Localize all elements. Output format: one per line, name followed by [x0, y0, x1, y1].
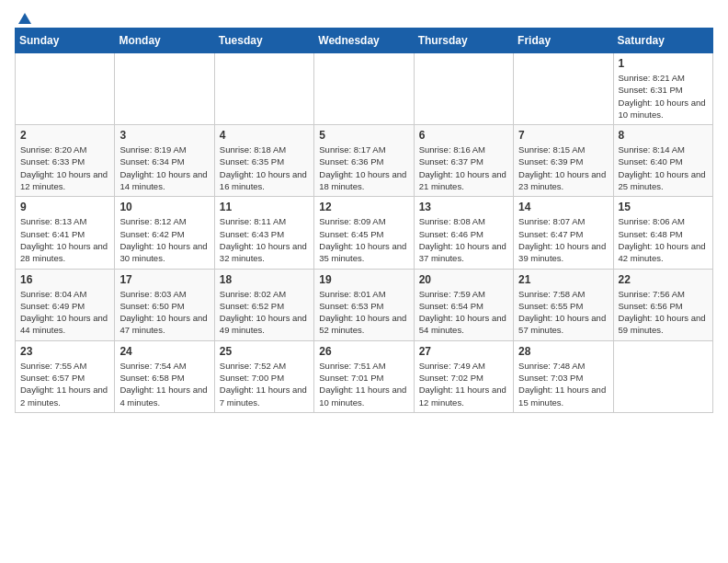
day-number: 16	[20, 273, 109, 286]
calendar-cell: 24Sunrise: 7:54 AM Sunset: 6:58 PM Dayli…	[115, 340, 214, 412]
day-number: 13	[419, 201, 508, 213]
day-number: 23	[20, 345, 109, 358]
calendar-cell: 1Sunrise: 8:21 AM Sunset: 6:31 PM Daylig…	[613, 53, 712, 125]
day-number: 14	[518, 201, 608, 213]
calendar-cell: 13Sunrise: 8:08 AM Sunset: 6:46 PM Dayli…	[414, 197, 513, 269]
day-number: 2	[20, 129, 109, 142]
weekday-header-friday: Friday	[514, 29, 613, 53]
day-info: Sunrise: 8:12 AM Sunset: 6:42 PM Dayligh…	[119, 215, 209, 264]
calendar-cell: 3Sunrise: 8:19 AM Sunset: 6:34 PM Daylig…	[115, 125, 214, 197]
day-info: Sunrise: 7:48 AM Sunset: 7:03 PM Dayligh…	[518, 360, 608, 408]
day-info: Sunrise: 8:11 AM Sunset: 6:43 PM Dayligh…	[220, 215, 309, 264]
day-info: Sunrise: 8:07 AM Sunset: 6:47 PM Dayligh…	[518, 215, 608, 264]
calendar-header-row: SundayMondayTuesdayWednesdayThursdayFrid…	[16, 29, 713, 53]
weekday-header-saturday: Saturday	[613, 29, 712, 53]
day-number: 26	[319, 345, 408, 358]
calendar-week-row: 23Sunrise: 7:55 AM Sunset: 6:57 PM Dayli…	[16, 340, 713, 412]
day-info: Sunrise: 8:06 AM Sunset: 6:48 PM Dayligh…	[619, 215, 708, 264]
weekday-header-wednesday: Wednesday	[314, 29, 414, 53]
calendar-cell: 15Sunrise: 8:06 AM Sunset: 6:48 PM Dayli…	[613, 197, 712, 269]
calendar-cell: 25Sunrise: 7:52 AM Sunset: 7:00 PM Dayli…	[214, 340, 313, 412]
calendar-week-row: 2Sunrise: 8:20 AM Sunset: 6:33 PM Daylig…	[16, 125, 713, 197]
calendar-cell: 17Sunrise: 8:03 AM Sunset: 6:50 PM Dayli…	[115, 269, 214, 340]
calendar-week-row: 9Sunrise: 8:13 AM Sunset: 6:41 PM Daylig…	[16, 197, 713, 269]
day-info: Sunrise: 7:54 AM Sunset: 6:58 PM Dayligh…	[119, 360, 209, 408]
weekday-header-thursday: Thursday	[414, 29, 513, 53]
calendar-cell: 18Sunrise: 8:02 AM Sunset: 6:52 PM Dayli…	[214, 269, 313, 340]
day-number: 18	[220, 273, 309, 286]
day-info: Sunrise: 7:49 AM Sunset: 7:02 PM Dayligh…	[419, 360, 508, 408]
day-number: 9	[20, 201, 109, 213]
day-info: Sunrise: 7:55 AM Sunset: 6:57 PM Dayligh…	[20, 360, 109, 408]
calendar-cell: 4Sunrise: 8:18 AM Sunset: 6:35 PM Daylig…	[214, 125, 313, 197]
calendar-cell: 6Sunrise: 8:16 AM Sunset: 6:37 PM Daylig…	[414, 125, 513, 197]
day-number: 7	[518, 129, 608, 142]
logo	[15, 15, 33, 20]
day-number: 20	[419, 273, 508, 286]
calendar-cell: 23Sunrise: 7:55 AM Sunset: 6:57 PM Dayli…	[16, 340, 115, 412]
calendar-cell	[214, 53, 313, 125]
calendar-cell: 27Sunrise: 7:49 AM Sunset: 7:02 PM Dayli…	[414, 340, 513, 412]
day-info: Sunrise: 8:16 AM Sunset: 6:37 PM Dayligh…	[419, 144, 508, 192]
calendar-cell	[613, 340, 712, 412]
day-number: 5	[319, 129, 408, 142]
weekday-header-sunday: Sunday	[16, 29, 115, 53]
day-info: Sunrise: 7:58 AM Sunset: 6:55 PM Dayligh…	[518, 288, 608, 337]
day-number: 28	[518, 345, 608, 358]
calendar-cell: 14Sunrise: 8:07 AM Sunset: 6:47 PM Dayli…	[514, 197, 613, 269]
day-info: Sunrise: 8:03 AM Sunset: 6:50 PM Dayligh…	[119, 288, 209, 337]
calendar-cell: 21Sunrise: 7:58 AM Sunset: 6:55 PM Dayli…	[514, 269, 613, 340]
svg-marker-0	[18, 13, 31, 24]
day-info: Sunrise: 7:52 AM Sunset: 7:00 PM Dayligh…	[220, 360, 309, 408]
day-number: 4	[220, 129, 309, 142]
day-number: 8	[619, 129, 708, 142]
day-number: 22	[619, 273, 708, 286]
weekday-header-tuesday: Tuesday	[214, 29, 313, 53]
calendar-cell	[115, 53, 214, 125]
calendar-week-row: 16Sunrise: 8:04 AM Sunset: 6:49 PM Dayli…	[16, 269, 713, 340]
day-info: Sunrise: 8:21 AM Sunset: 6:31 PM Dayligh…	[619, 72, 708, 121]
day-info: Sunrise: 7:56 AM Sunset: 6:56 PM Dayligh…	[619, 288, 708, 337]
day-number: 6	[419, 129, 508, 142]
day-info: Sunrise: 8:08 AM Sunset: 6:46 PM Dayligh…	[419, 215, 508, 264]
calendar-cell: 26Sunrise: 7:51 AM Sunset: 7:01 PM Dayli…	[314, 340, 414, 412]
calendar-cell	[514, 53, 613, 125]
day-info: Sunrise: 8:09 AM Sunset: 6:45 PM Dayligh…	[319, 215, 408, 264]
calendar-cell: 8Sunrise: 8:14 AM Sunset: 6:40 PM Daylig…	[613, 125, 712, 197]
calendar-cell: 11Sunrise: 8:11 AM Sunset: 6:43 PM Dayli…	[214, 197, 313, 269]
day-info: Sunrise: 8:19 AM Sunset: 6:34 PM Dayligh…	[119, 144, 209, 192]
day-number: 11	[220, 201, 309, 213]
calendar-cell: 12Sunrise: 8:09 AM Sunset: 6:45 PM Dayli…	[314, 197, 414, 269]
day-info: Sunrise: 8:01 AM Sunset: 6:53 PM Dayligh…	[319, 288, 408, 337]
day-number: 17	[119, 273, 209, 286]
day-number: 12	[319, 201, 408, 213]
calendar-cell	[414, 53, 513, 125]
calendar-cell: 22Sunrise: 7:56 AM Sunset: 6:56 PM Dayli…	[613, 269, 712, 340]
calendar-cell	[314, 53, 414, 125]
day-number: 1	[619, 57, 708, 70]
logo-icon	[17, 11, 33, 28]
day-info: Sunrise: 7:51 AM Sunset: 7:01 PM Dayligh…	[319, 360, 408, 408]
day-number: 15	[619, 201, 708, 213]
day-info: Sunrise: 8:17 AM Sunset: 6:36 PM Dayligh…	[319, 144, 408, 192]
day-info: Sunrise: 8:18 AM Sunset: 6:35 PM Dayligh…	[220, 144, 309, 192]
calendar-cell: 19Sunrise: 8:01 AM Sunset: 6:53 PM Dayli…	[314, 269, 414, 340]
day-number: 3	[119, 129, 209, 142]
day-number: 21	[518, 273, 608, 286]
day-number: 19	[319, 273, 408, 286]
calendar-cell: 20Sunrise: 7:59 AM Sunset: 6:54 PM Dayli…	[414, 269, 513, 340]
day-info: Sunrise: 8:02 AM Sunset: 6:52 PM Dayligh…	[220, 288, 309, 337]
day-info: Sunrise: 8:04 AM Sunset: 6:49 PM Dayligh…	[20, 288, 109, 337]
weekday-header-monday: Monday	[115, 29, 214, 53]
calendar-table: SundayMondayTuesdayWednesdayThursdayFrid…	[15, 28, 713, 413]
calendar-cell	[16, 53, 115, 125]
calendar-cell: 5Sunrise: 8:17 AM Sunset: 6:36 PM Daylig…	[314, 125, 414, 197]
calendar-cell: 9Sunrise: 8:13 AM Sunset: 6:41 PM Daylig…	[16, 197, 115, 269]
calendar-cell: 16Sunrise: 8:04 AM Sunset: 6:49 PM Dayli…	[16, 269, 115, 340]
page-header	[15, 15, 713, 20]
day-info: Sunrise: 8:20 AM Sunset: 6:33 PM Dayligh…	[20, 144, 109, 192]
day-info: Sunrise: 7:59 AM Sunset: 6:54 PM Dayligh…	[419, 288, 508, 337]
day-info: Sunrise: 8:14 AM Sunset: 6:40 PM Dayligh…	[619, 144, 708, 192]
day-number: 24	[119, 345, 209, 358]
calendar-cell: 10Sunrise: 8:12 AM Sunset: 6:42 PM Dayli…	[115, 197, 214, 269]
